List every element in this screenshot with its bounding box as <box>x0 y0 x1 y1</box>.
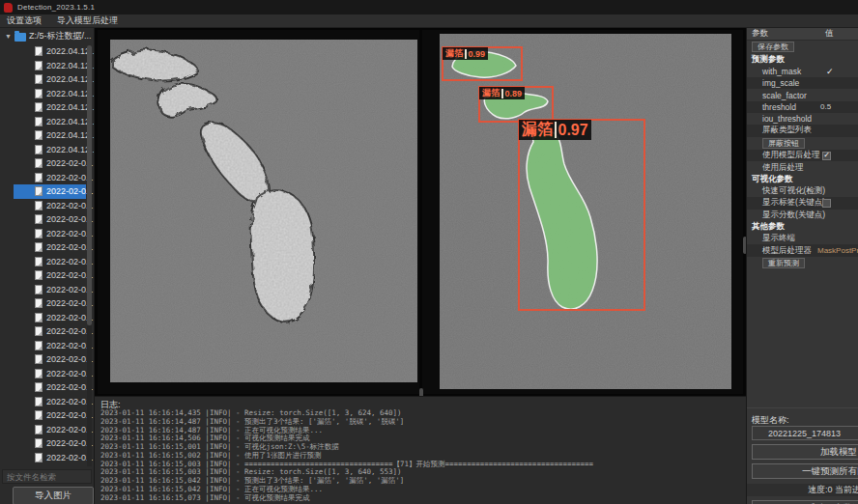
file-icon <box>35 298 43 308</box>
tree-item-file[interactable]: 2022.04.12... <box>14 143 86 157</box>
search-input[interactable] <box>2 469 92 484</box>
file-tree-root[interactable]: ▼ Z:/5-标注数据/... <box>0 28 94 44</box>
param-row[interactable]: 显示标签(关键点) <box>747 197 858 209</box>
tree-item-file[interactable]: 2022-02-0... <box>14 227 86 241</box>
menu-item-import-postprocess[interactable]: 导入模型后处理 <box>57 14 118 27</box>
original-image[interactable] <box>110 40 417 382</box>
param-row[interactable]: with_mask✓ <box>747 66 858 77</box>
param-button-row: 重新预测 <box>747 257 858 270</box>
param-row[interactable]: img_scale <box>747 77 858 89</box>
param-row[interactable]: 屏蔽类型列表 <box>747 125 858 136</box>
param-row[interactable]: threshold0.5 <box>747 101 858 113</box>
param-row[interactable]: 显示终端 <box>747 233 858 244</box>
checkbox-empty[interactable] <box>822 199 831 208</box>
tree-item-file[interactable]: 2022.04.12... <box>14 44 86 59</box>
file-icon <box>35 130 43 140</box>
param-label: iou_threshold <box>762 114 812 124</box>
param-label: with_mask <box>762 67 801 76</box>
tree-item-file[interactable]: 2022-02-0... <box>14 171 86 185</box>
title-bar: Detection_2023.1.5.1 <box>0 0 858 14</box>
image-viewer-area: 漏箔0.99漏箔0.89漏箔0.97 <box>95 28 746 396</box>
param-row[interactable]: scale_factor <box>747 89 858 100</box>
tree-item-file[interactable]: 2022-02-0... <box>14 423 86 437</box>
param-label: 模型后处理器 <box>762 245 812 257</box>
tree-item-file[interactable]: 2022-02-0... <box>14 268 86 283</box>
app-logo-icon <box>4 3 13 13</box>
tree-item-file[interactable]: 2022-02-0... <box>14 395 86 409</box>
tree-root-label: Z:/5-标注数据/... <box>29 30 92 42</box>
file-icon <box>35 341 43 350</box>
param-row[interactable]: 模型后处理器MaskPostPro <box>747 244 858 256</box>
tree-item-file[interactable]: 2022-02-0... <box>14 240 86 255</box>
file-icon <box>35 369 43 378</box>
tree-item-file[interactable]: 2022-02-0... <box>14 436 86 451</box>
param-label: 使用后处理 <box>762 162 804 174</box>
tree-item-file[interactable]: 2022.04.12... <box>14 87 86 101</box>
model-section: 模型名称: 20221225_174813 加载模型 一键预测所有图片 速度:0… <box>747 407 858 408</box>
detection-class-label: 漏箔 <box>522 120 553 140</box>
tree-item-file[interactable]: 2022.04.12... <box>14 72 86 87</box>
param-row[interactable]: 显示分数(关键点) <box>747 210 858 221</box>
tree-item-file[interactable]: 2022-02-0... <box>14 283 86 297</box>
tree-item-file[interactable]: 2022-02-0... <box>14 255 86 269</box>
checkbox-checked[interactable]: ✓ <box>822 152 831 160</box>
tree-item-file[interactable]: 2022-02-0... <box>14 380 86 395</box>
param-row[interactable]: 使用后处理 <box>747 161 858 173</box>
param-header-value: 值 <box>825 28 858 40</box>
param-table-header: 参数 值 <box>747 28 858 41</box>
right-image[interactable]: 漏箔0.99漏箔0.89漏箔0.97 <box>440 34 731 389</box>
tree-item-file[interactable]: 2022-02-0... <box>14 212 86 227</box>
tree-item-file[interactable]: 2022.04.12... <box>14 100 86 115</box>
postprocess-settings-button[interactable]: 后处理参数设置 <box>752 500 858 504</box>
detection-box[interactable] <box>518 119 645 311</box>
predict-all-button[interactable]: 一键预测所有图片 <box>752 463 858 479</box>
param-label: 屏蔽类型列表 <box>762 125 812 136</box>
model-name-field[interactable]: 20221225_174813 <box>752 426 858 440</box>
file-icon <box>35 214 43 224</box>
detection-label: 漏箔0.89 <box>479 87 525 99</box>
tree-item-file[interactable]: 2022-02-0... <box>14 199 86 213</box>
tree-item-file[interactable]: 2022-02-0... <box>14 367 86 381</box>
load-model-button[interactable]: 加载模型 <box>752 444 858 460</box>
tree-item-file[interactable]: 2022-02-0... <box>14 296 86 311</box>
label-separator <box>501 89 503 98</box>
tree-item-file[interactable]: 2022-02-0... <box>14 352 86 367</box>
file-sidebar: ▼ Z:/5-标注数据/... 2022.04.12...2022.04.12.… <box>0 28 95 504</box>
detection-label: 漏箔0.97 <box>519 120 591 140</box>
import-images-button[interactable]: 导入图片 <box>13 487 94 504</box>
tree-item-file[interactable]: 2022.04.12... <box>14 59 86 73</box>
original-image-panel <box>98 30 419 394</box>
tree-item-file[interactable]: 2022-02-0... <box>14 339 86 353</box>
param-button[interactable]: 重新预测 <box>762 258 805 268</box>
tree-item-file[interactable]: 2022.04.12... <box>14 128 86 143</box>
tree-item-file[interactable]: 2022-02-0... <box>14 324 86 339</box>
tree-item-file[interactable]: 2022-02-0... <box>14 408 86 423</box>
file-icon <box>35 61 43 70</box>
tree-scrollbar-thumb[interactable] <box>87 45 92 325</box>
tree-item-file[interactable]: 2022-02-0... <box>14 156 86 171</box>
file-icon <box>35 397 43 406</box>
label-separator <box>555 122 557 138</box>
param-section-label: 预测参数 <box>747 54 858 66</box>
log-area[interactable]: 日志: 2023-01-11 16:16:14,435 |INFO| - Res… <box>95 396 746 504</box>
file-icon <box>35 173 43 182</box>
tree-item-file[interactable]: 2022.04.12... <box>14 115 86 129</box>
param-label: img_scale <box>762 78 799 88</box>
menu-item-settings[interactable]: 设置选项 <box>7 14 42 27</box>
tree-item-file[interactable]: 2022-02-0... <box>14 451 86 465</box>
file-icon <box>35 313 43 322</box>
file-icon <box>35 326 43 336</box>
file-icon <box>35 74 43 84</box>
file-icon <box>35 242 43 252</box>
param-button[interactable]: 保存参数 <box>752 42 794 52</box>
param-row[interactable]: 快速可视化(检测) <box>747 185 858 197</box>
param-button[interactable]: 屏蔽按钮 <box>762 138 805 149</box>
param-row[interactable]: iou_threshold <box>747 113 858 125</box>
param-header-name: 参数 <box>747 28 825 40</box>
tree-item-file[interactable]: 2022-02-0... <box>14 184 86 199</box>
detection-score: 0.97 <box>558 122 588 139</box>
param-row[interactable]: 使用模型后处理✓ <box>747 150 858 161</box>
param-label: 使用模型后处理 <box>762 150 820 161</box>
tree-item-file[interactable]: 2022-02-0... <box>14 311 86 325</box>
file-icon <box>35 453 43 462</box>
